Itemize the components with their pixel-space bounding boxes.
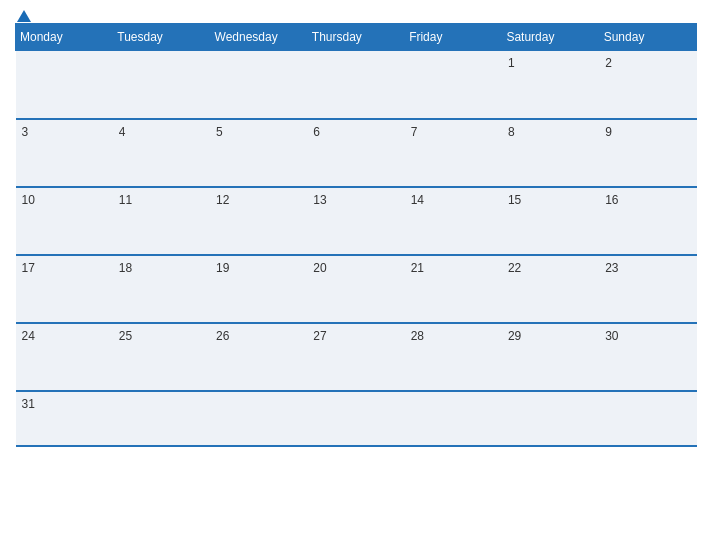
week-row-3: 10111213141516 (16, 187, 697, 255)
calendar-container: MondayTuesdayWednesdayThursdayFridaySatu… (0, 0, 712, 550)
day-number: 2 (605, 56, 612, 70)
day-number: 16 (605, 193, 618, 207)
calendar-cell: 11 (113, 187, 210, 255)
calendar-cell: 16 (599, 187, 696, 255)
calendar-cell (502, 391, 599, 446)
calendar-cell: 27 (307, 323, 404, 391)
calendar-cell: 6 (307, 119, 404, 187)
calendar-cell: 29 (502, 323, 599, 391)
day-number: 30 (605, 329, 618, 343)
weekday-header-row: MondayTuesdayWednesdayThursdayFridaySatu… (16, 24, 697, 51)
day-number: 26 (216, 329, 229, 343)
calendar-cell: 13 (307, 187, 404, 255)
calendar-cell (405, 391, 502, 446)
weekday-thursday: Thursday (307, 24, 404, 51)
calendar-cell: 14 (405, 187, 502, 255)
day-number: 9 (605, 125, 612, 139)
calendar-cell (307, 391, 404, 446)
day-number: 23 (605, 261, 618, 275)
day-number: 1 (508, 56, 515, 70)
calendar-cell: 10 (16, 187, 113, 255)
day-number: 12 (216, 193, 229, 207)
week-row-1: 12 (16, 51, 697, 119)
weekday-friday: Friday (405, 24, 502, 51)
calendar-cell: 20 (307, 255, 404, 323)
calendar-cell: 18 (113, 255, 210, 323)
calendar-cell: 25 (113, 323, 210, 391)
calendar-cell: 26 (210, 323, 307, 391)
day-number: 27 (313, 329, 326, 343)
calendar-header (15, 10, 697, 15)
day-number: 31 (22, 397, 35, 411)
day-number: 17 (22, 261, 35, 275)
calendar-cell: 22 (502, 255, 599, 323)
day-number: 5 (216, 125, 223, 139)
day-number: 28 (411, 329, 424, 343)
day-number: 8 (508, 125, 515, 139)
calendar-cell: 12 (210, 187, 307, 255)
week-row-2: 3456789 (16, 119, 697, 187)
week-row-6: 31 (16, 391, 697, 446)
calendar-cell: 1 (502, 51, 599, 119)
calendar-cell: 4 (113, 119, 210, 187)
day-number: 14 (411, 193, 424, 207)
calendar-grid: MondayTuesdayWednesdayThursdayFridaySatu… (15, 23, 697, 447)
day-number: 13 (313, 193, 326, 207)
calendar-cell: 8 (502, 119, 599, 187)
day-number: 15 (508, 193, 521, 207)
calendar-cell: 7 (405, 119, 502, 187)
calendar-cell: 19 (210, 255, 307, 323)
calendar-cell: 31 (16, 391, 113, 446)
calendar-cell (210, 51, 307, 119)
day-number: 7 (411, 125, 418, 139)
logo-triangle-icon (17, 10, 31, 22)
calendar-cell (599, 391, 696, 446)
weekday-monday: Monday (16, 24, 113, 51)
day-number: 21 (411, 261, 424, 275)
calendar-cell: 21 (405, 255, 502, 323)
calendar-cell (307, 51, 404, 119)
logo (15, 10, 31, 22)
calendar-cell: 15 (502, 187, 599, 255)
calendar-cell (405, 51, 502, 119)
day-number: 3 (22, 125, 29, 139)
week-row-4: 17181920212223 (16, 255, 697, 323)
calendar-cell: 5 (210, 119, 307, 187)
calendar-cell: 17 (16, 255, 113, 323)
calendar-cell: 9 (599, 119, 696, 187)
day-number: 6 (313, 125, 320, 139)
day-number: 24 (22, 329, 35, 343)
day-number: 10 (22, 193, 35, 207)
day-number: 4 (119, 125, 126, 139)
weekday-saturday: Saturday (502, 24, 599, 51)
calendar-cell: 3 (16, 119, 113, 187)
calendar-cell: 28 (405, 323, 502, 391)
week-row-5: 24252627282930 (16, 323, 697, 391)
calendar-cell (113, 51, 210, 119)
calendar-cell: 30 (599, 323, 696, 391)
day-number: 18 (119, 261, 132, 275)
day-number: 11 (119, 193, 132, 207)
calendar-cell: 23 (599, 255, 696, 323)
day-number: 29 (508, 329, 521, 343)
weekday-tuesday: Tuesday (113, 24, 210, 51)
day-number: 19 (216, 261, 229, 275)
weekday-wednesday: Wednesday (210, 24, 307, 51)
weekday-sunday: Sunday (599, 24, 696, 51)
calendar-cell: 24 (16, 323, 113, 391)
day-number: 25 (119, 329, 132, 343)
calendar-cell: 2 (599, 51, 696, 119)
day-number: 22 (508, 261, 521, 275)
day-number: 20 (313, 261, 326, 275)
calendar-cell (210, 391, 307, 446)
calendar-cell (113, 391, 210, 446)
calendar-cell (16, 51, 113, 119)
